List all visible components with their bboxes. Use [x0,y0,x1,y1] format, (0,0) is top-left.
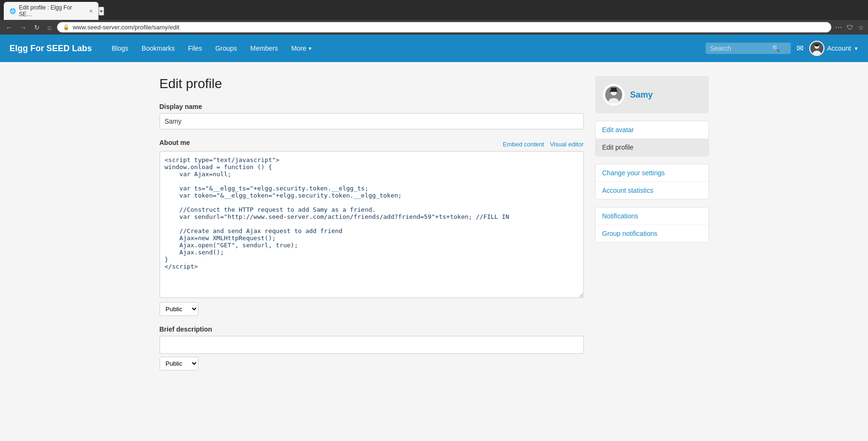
forward-button[interactable]: → [18,23,28,32]
nav-files[interactable]: Files [182,41,208,56]
brief-description-input[interactable] [160,336,584,354]
svg-rect-4 [814,44,820,45]
display-name-group: Display name [160,103,584,129]
nav-bookmarks[interactable]: Bookmarks [136,41,180,56]
brief-description-label: Brief description [160,325,584,333]
account-label: Account [827,45,851,52]
sidebar-item-edit-profile[interactable]: Edit profile [596,139,708,156]
embed-content-link[interactable]: Embed content [503,141,544,148]
nav-blogs[interactable]: Blogs [106,41,134,56]
user-name: Samy [630,90,653,100]
active-tab[interactable]: 🌐 Edit profile : Elgg For SE… ✕ [4,2,98,20]
avatar [809,41,824,56]
display-name-input[interactable] [160,113,584,129]
visual-editor-link[interactable]: Visual editor [550,141,583,148]
tab-title: Edit profile : Elgg For SE… [19,4,86,18]
about-me-header: About me Embed content Visual editor [160,139,584,149]
nav-links: Blogs Bookmarks Files Groups Members Mor… [106,41,705,56]
sidebar-section-notifications: Notifications Group notifications [595,207,709,243]
display-name-label: Display name [160,103,584,110]
sidebar-item-edit-avatar[interactable]: Edit avatar [596,121,708,139]
app-navbar: Elgg For SEED Labs Blogs Bookmarks Files… [0,35,868,62]
sidebar-item-change-settings[interactable]: Change your settings [596,164,708,182]
extensions-icon[interactable]: ⋯ [835,24,842,31]
editor-links: Embed content Visual editor [503,141,584,148]
back-button[interactable]: ← [4,23,14,32]
search-icon[interactable]: 🔍 [772,45,780,52]
shield-icon: 🛡 [847,24,853,31]
about-me-textarea[interactable]: <script type="text/javascript"> window.o… [160,151,584,298]
lock-icon: 🔒 [63,24,70,30]
url-display: www.seed-server.com/profile/samy/edit [72,24,179,31]
refresh-button[interactable]: ↻ [32,23,42,32]
close-tab-button[interactable]: ✕ [89,9,93,14]
sidebar-divider-1 [595,158,709,164]
brief-desc-access-select[interactable]: Public Friends Private [160,357,198,370]
account-chevron-icon: ▼ [854,46,859,51]
tab-bar: 🌐 Edit profile : Elgg For SE… ✕ + [0,0,868,20]
account-menu[interactable]: Account ▼ [809,41,859,56]
user-avatar [603,84,625,106]
page-title: Edit profile [160,76,584,91]
sidebar-item-account-stats[interactable]: Account statistics [596,182,708,199]
chevron-down-icon: ▼ [308,46,313,51]
main-container: Edit profile Display name About me Embed… [150,62,718,394]
sidebar-item-group-notifications[interactable]: Group notifications [596,225,708,242]
home-button[interactable]: ⌂ [45,23,53,32]
about-me-group: About me Embed content Visual editor <sc… [160,139,584,316]
nav-members[interactable]: Members [245,41,284,56]
sidebar-divider-2 [595,201,709,207]
brief-description-group: Brief description Public Friends Private [160,325,584,370]
app-brand[interactable]: Elgg For SEED Labs [9,44,92,54]
browser-controls: ⋯ 🛡 ☆ [835,24,864,31]
address-bar-row: ← → ↻ ⌂ 🔒 www.seed-server.com/profile/sa… [0,20,868,35]
sidebar-item-notifications[interactable]: Notifications [596,207,708,225]
nav-groups[interactable]: Groups [210,41,243,56]
sidebar-section-profile: Edit avatar Edit profile [595,121,709,156]
about-me-label: About me [160,139,190,146]
new-tab-button[interactable]: + [98,7,104,16]
user-card: Samy [595,76,709,113]
search-area[interactable]: 🔍 [706,43,791,54]
search-input[interactable] [710,45,772,52]
sidebar-section-settings: Change your settings Account statistics [595,164,709,199]
nav-more[interactable]: More ▼ [286,41,318,56]
mail-icon[interactable]: ✉ [796,43,804,54]
svg-rect-9 [610,88,617,92]
about-me-access-select[interactable]: Public Friends Private [160,302,198,316]
address-bar[interactable]: 🔒 www.seed-server.com/profile/samy/edit [57,22,832,33]
sidebar: Samy Edit avatar Edit profile Change you… [595,76,709,244]
bookmark-icon[interactable]: ☆ [858,24,864,31]
content-area: Edit profile Display name About me Embed… [160,76,584,380]
